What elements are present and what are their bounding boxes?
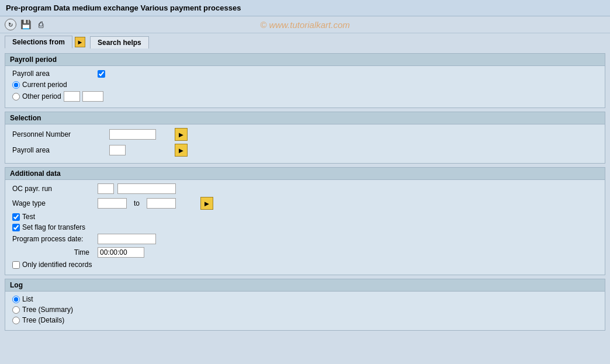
clock-icon[interactable]: ↻ bbox=[5, 19, 16, 30]
wage-type-input-from[interactable] bbox=[98, 198, 127, 209]
set-flag-row: Set flag for transfers bbox=[12, 223, 598, 231]
test-checkbox[interactable] bbox=[12, 213, 20, 221]
wage-type-input-to[interactable] bbox=[147, 198, 176, 209]
only-identified-row: Only identified records bbox=[12, 261, 598, 269]
additional-data-header: Additional data bbox=[5, 168, 605, 180]
additional-data-body: OC payr. run Wage type to ► Test S bbox=[5, 180, 605, 275]
current-period-radio[interactable] bbox=[12, 81, 20, 89]
selection-header: Selection bbox=[5, 112, 605, 124]
save-icon[interactable]: 💾 bbox=[20, 19, 32, 30]
personnel-number-search-btn[interactable]: ► bbox=[175, 128, 188, 141]
wage-type-row: Wage type to ► bbox=[12, 197, 598, 210]
other-period-radio[interactable] bbox=[12, 93, 20, 100]
other-period-input1[interactable] bbox=[64, 91, 80, 102]
selection-section: Selection Personnel Number ► Payroll are… bbox=[5, 112, 605, 164]
log-tree-details-label: Tree (Details) bbox=[22, 316, 64, 324]
log-tree-details-radio[interactable] bbox=[12, 317, 20, 324]
only-identified-checkbox[interactable] bbox=[12, 261, 20, 269]
set-flag-checkbox[interactable] bbox=[12, 224, 20, 231]
payroll-area-row: Payroll area bbox=[12, 70, 598, 78]
tab-selections-from[interactable]: Selections from bbox=[5, 36, 72, 48]
current-period-label: Current period bbox=[22, 81, 67, 89]
log-header: Log bbox=[5, 279, 605, 292]
program-process-date-input[interactable] bbox=[98, 234, 156, 244]
payroll-period-header: Payroll period bbox=[5, 54, 605, 66]
only-identified-label: Only identified records bbox=[22, 261, 92, 269]
personnel-number-label: Personnel Number bbox=[12, 130, 106, 138]
log-tree-summary-row: Tree (Summary) bbox=[12, 306, 598, 314]
time-input[interactable] bbox=[98, 247, 144, 258]
payroll-period-section: Payroll period Payroll area Current peri… bbox=[5, 53, 605, 108]
program-process-date-label: Program process date: bbox=[12, 235, 94, 243]
payroll-period-body: Payroll area Current period Other period bbox=[5, 66, 605, 108]
current-period-row: Current period bbox=[12, 81, 598, 89]
payroll-area-input[interactable] bbox=[109, 145, 126, 155]
wage-type-search-btn[interactable]: ► bbox=[200, 197, 213, 210]
oc-payr-input2[interactable] bbox=[117, 183, 176, 194]
watermark: © www.tutorialkart.com bbox=[260, 20, 350, 30]
oc-payr-run-row: OC payr. run bbox=[12, 183, 598, 194]
other-period-input2[interactable] bbox=[82, 91, 103, 102]
log-body: List Tree (Summary) Tree (Details) bbox=[5, 292, 605, 330]
tabs-bar: Selections from ► Search helps bbox=[0, 33, 610, 51]
payroll-area-search-btn[interactable]: ► bbox=[175, 144, 188, 157]
payroll-area-selection-label: Payroll area bbox=[12, 146, 106, 154]
selection-body: Personnel Number ► Payroll area ► bbox=[5, 124, 605, 163]
log-tree-details-row: Tree (Details) bbox=[12, 316, 598, 324]
log-list-label: List bbox=[22, 295, 33, 303]
other-period-row: Other period bbox=[12, 91, 598, 102]
other-period-label: Other period bbox=[22, 92, 61, 100]
additional-data-section: Additional data OC payr. run Wage type t… bbox=[5, 167, 605, 275]
title-bar: Pre-program Data medium exchange Various… bbox=[0, 0, 610, 16]
log-list-radio[interactable] bbox=[12, 296, 20, 303]
log-tree-summary-label: Tree (Summary) bbox=[22, 306, 73, 314]
time-row: Time bbox=[12, 247, 598, 258]
program-process-date-row: Program process date: bbox=[12, 234, 598, 244]
personnel-number-row: Personnel Number ► bbox=[12, 128, 598, 141]
log-tree-summary-radio[interactable] bbox=[12, 306, 20, 314]
to-label: to bbox=[134, 199, 140, 207]
tab-search-helps[interactable]: Search helps bbox=[90, 36, 149, 48]
test-row: Test bbox=[12, 213, 598, 221]
oc-payr-run-label: OC payr. run bbox=[12, 185, 94, 193]
payroll-area-checkbox[interactable] bbox=[98, 70, 105, 78]
personnel-number-input[interactable] bbox=[109, 129, 156, 140]
payroll-area-label: Payroll area bbox=[12, 70, 94, 78]
log-section: Log List Tree (Summary) Tree (Details) bbox=[5, 279, 605, 331]
print-icon[interactable]: ⎙ bbox=[35, 19, 47, 30]
payroll-area-selection-row: Payroll area ► bbox=[12, 144, 598, 157]
tab-arrow-icon: ► bbox=[75, 37, 85, 47]
wage-type-label: Wage type bbox=[12, 199, 94, 207]
toolbar: ↻ 💾 ⎙ © www.tutorialkart.com bbox=[0, 16, 610, 33]
set-flag-label: Set flag for transfers bbox=[22, 223, 85, 231]
test-label: Test bbox=[22, 213, 35, 221]
time-label: Time bbox=[12, 248, 94, 256]
app-title: Pre-program Data medium exchange Various… bbox=[6, 4, 241, 12]
main-content: Payroll period Payroll area Current peri… bbox=[0, 51, 610, 337]
oc-payr-input1[interactable] bbox=[98, 183, 114, 194]
log-list-row: List bbox=[12, 295, 598, 303]
